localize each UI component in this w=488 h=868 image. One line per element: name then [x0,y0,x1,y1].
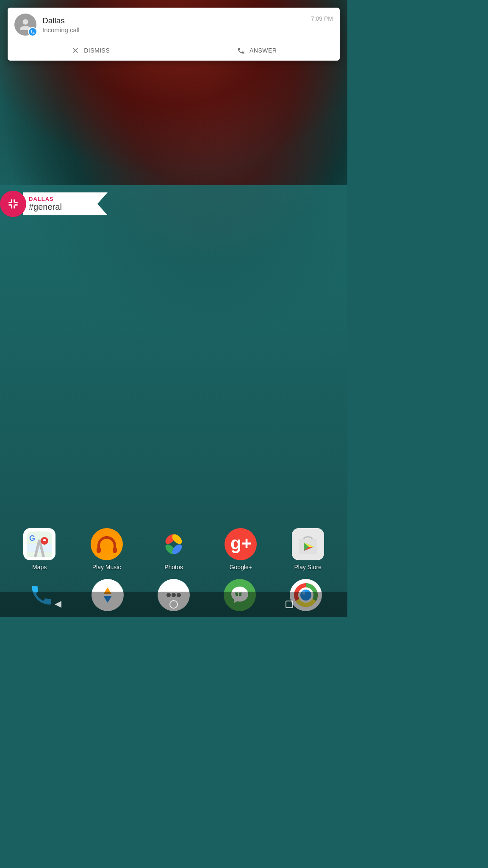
play-store-icon [292,528,324,560]
svg-text:g+: g+ [230,533,252,553]
svg-rect-6 [11,205,12,209]
app-maps[interactable]: G Maps [23,528,55,570]
answer-button[interactable]: ANSWER [174,40,340,61]
svg-rect-4 [11,199,12,203]
answer-label: ANSWER [250,47,277,54]
svg-rect-5 [14,199,15,203]
svg-rect-11 [27,552,52,557]
app-photos[interactable]: Photos [158,528,190,570]
svg-rect-15 [97,547,101,553]
svg-point-41 [170,601,177,608]
wallpaper [0,0,347,617]
play-store-label: Play Store [294,564,322,570]
svg-rect-2 [14,202,18,203]
app-play-music[interactable]: Play Music [91,528,123,570]
maps-icon: G [23,528,55,560]
notification-time: 7:09 PM [311,14,333,22]
nav-back-button[interactable] [49,595,67,614]
play-music-label: Play Music [92,564,121,570]
caller-avatar [14,14,36,36]
nav-recents-button[interactable] [280,595,299,614]
app-row: G Maps Play Music [0,528,347,570]
play-music-icon [91,528,123,560]
caller-name: Dallas [42,16,305,25]
photos-icon [158,528,190,560]
svg-rect-16 [113,547,117,553]
svg-rect-42 [286,601,293,608]
nav-home-button[interactable] [164,595,183,614]
incoming-call-notification: Dallas Incoming call 7:09 PM DISMISS ANS… [8,8,340,61]
slack-icon [0,191,26,217]
svg-text:G: G [29,534,35,542]
slack-banner-content: DALLAS #general [23,192,108,215]
svg-rect-7 [14,205,15,209]
photos-label: Photos [164,564,183,570]
dismiss-button[interactable]: DISMISS [8,40,174,61]
dismiss-label: DISMISS [84,47,110,54]
app-google-plus[interactable]: g+ Google+ [225,528,257,570]
slack-workspace: DALLAS [29,196,99,202]
slack-notification-banner[interactable]: DALLAS #general [0,191,108,217]
navigation-bar [0,592,347,617]
call-subtitle: Incoming call [42,26,305,33]
google-plus-icon: g+ [225,528,257,560]
app-play-store[interactable]: Play Store [292,528,324,570]
svg-rect-3 [14,204,18,206]
slack-channel: #general [29,202,99,212]
svg-marker-40 [55,601,61,608]
maps-label: Maps [32,564,47,570]
google-plus-label: Google+ [230,564,252,570]
